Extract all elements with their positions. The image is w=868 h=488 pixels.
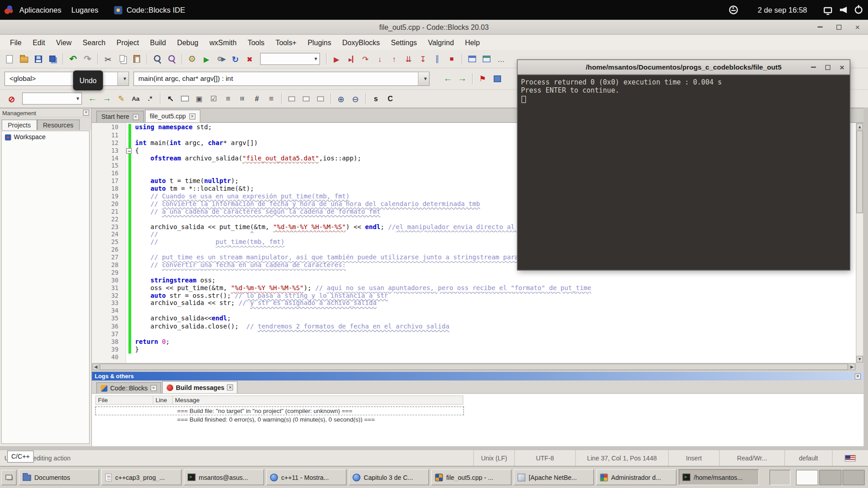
tab-file-out5[interactable]: file_out5.cpp xyxy=(145,110,200,122)
tab-close-icon[interactable] xyxy=(132,114,138,120)
console-maximize-button[interactable] xyxy=(822,62,833,72)
management-close-icon[interactable] xyxy=(83,110,89,116)
target-combo[interactable] xyxy=(260,53,320,65)
source-s-button[interactable] xyxy=(369,92,383,105)
sizer-v-button[interactable] xyxy=(235,92,250,105)
tab-resources[interactable]: Resources xyxy=(37,120,79,130)
step-into-button[interactable] xyxy=(373,52,387,66)
scroll-up-icon[interactable]: ▲ xyxy=(856,123,863,130)
match-case-button[interactable] xyxy=(128,92,143,105)
bookmark-flag-button[interactable] xyxy=(476,72,490,85)
splitter-tool-button[interactable] xyxy=(313,92,328,105)
workspace-2[interactable] xyxy=(819,469,841,485)
taskbar-button[interactable]: /home/msantos... xyxy=(679,469,759,485)
network-icon[interactable] xyxy=(824,7,832,13)
pointer-tool-button[interactable] xyxy=(163,92,178,105)
new-file-button[interactable] xyxy=(2,52,17,66)
redo-button[interactable] xyxy=(80,52,95,66)
column-message[interactable]: Message xyxy=(173,395,463,405)
widget-tool-button[interactable] xyxy=(192,92,207,105)
prev-result-button[interactable] xyxy=(85,92,100,105)
column-line[interactable]: Line xyxy=(153,395,173,405)
console-titlebar[interactable]: /home/msantos/Documentos/progs_c_codeblo… xyxy=(518,60,850,75)
menu-wxsmith[interactable]: wxSmith xyxy=(204,36,242,49)
replace-button[interactable] xyxy=(165,52,179,66)
more-tools-button[interactable] xyxy=(494,52,508,66)
maximize-button[interactable] xyxy=(833,22,845,32)
tab-close-icon[interactable] xyxy=(151,385,156,391)
source-c-button[interactable] xyxy=(383,92,397,105)
debug-continue-button[interactable] xyxy=(330,52,344,66)
find-button[interactable] xyxy=(150,52,165,66)
run-button[interactable] xyxy=(199,52,214,66)
use-regex-button[interactable] xyxy=(143,92,157,105)
menu-settings[interactable]: Settings xyxy=(386,36,423,49)
console-minimize-button[interactable] xyxy=(808,62,819,72)
open-file-button[interactable] xyxy=(17,52,31,66)
taskbar-button[interactable]: Administrador d... xyxy=(596,469,677,485)
taskbar-button[interactable]: Documentos xyxy=(19,469,99,485)
build-button[interactable] xyxy=(185,52,199,66)
scroll-right-icon[interactable]: ▶ xyxy=(849,364,855,371)
distro-menu-icon[interactable] xyxy=(5,5,13,14)
vertical-scroll-thumb[interactable] xyxy=(856,131,863,213)
highlight-button[interactable] xyxy=(114,92,128,105)
save-all-button[interactable] xyxy=(45,52,60,66)
menu-tools+[interactable]: Tools+ xyxy=(270,36,302,49)
sizer-flex-button[interactable] xyxy=(264,92,278,105)
close-button[interactable]: × xyxy=(851,22,863,32)
menu-doxyblocks[interactable]: DoxyBlocks xyxy=(337,36,386,49)
workspace-1[interactable] xyxy=(796,469,818,485)
vertical-scrollbar[interactable]: ▲ ▼ xyxy=(856,123,863,363)
run-to-cursor-button[interactable] xyxy=(344,52,358,66)
menu-project[interactable]: Project xyxy=(111,36,145,49)
active-app-label[interactable]: Code::Blocks IDE xyxy=(127,6,185,14)
power-icon[interactable] xyxy=(855,6,863,14)
menu-help[interactable]: Help xyxy=(459,36,485,49)
sizer-grid-button[interactable] xyxy=(250,92,264,105)
goto-forward-button[interactable] xyxy=(455,72,470,85)
table-row[interactable]: === Build finished: 0 error(s), 0 warnin… xyxy=(95,415,864,423)
tab-close-icon[interactable] xyxy=(227,385,233,390)
places-menu[interactable]: Lugares xyxy=(71,6,99,14)
function-combo[interactable]: main(int argc, char* argv[]) : int xyxy=(133,71,429,86)
undo-button[interactable] xyxy=(66,52,80,66)
menu-edit[interactable]: Edit xyxy=(27,36,51,49)
menu-search[interactable]: Search xyxy=(77,36,111,49)
show-desktop-button[interactable] xyxy=(1,469,16,485)
console-output[interactable]: Process returned 0 (0x0) execution time … xyxy=(518,75,850,103)
column-file[interactable]: File xyxy=(95,395,154,405)
search-combo[interactable] xyxy=(22,93,82,105)
abort-build-button[interactable] xyxy=(242,52,257,66)
taskbar-button[interactable]: [Apache NetBe... xyxy=(514,469,594,485)
debugging-windows-button[interactable] xyxy=(465,52,480,66)
fold-marker[interactable] xyxy=(126,148,132,154)
tab-codeblocks-log[interactable]: Code::Blocks xyxy=(96,382,161,393)
sizer-h-button[interactable] xyxy=(221,92,236,105)
clear-search-button[interactable] xyxy=(5,92,19,105)
tree-item-workspace[interactable]: Workspace xyxy=(2,131,89,143)
save-button[interactable] xyxy=(31,52,46,66)
paste-button[interactable] xyxy=(130,52,144,66)
workspace-3[interactable] xyxy=(843,469,865,485)
build-and-run-button[interactable] xyxy=(214,52,228,66)
menu-file[interactable]: File xyxy=(5,36,27,49)
next-instruction-button[interactable] xyxy=(401,52,416,66)
applications-menu[interactable]: Aplicaciones xyxy=(19,6,61,14)
projects-tree[interactable]: Workspace xyxy=(1,131,90,444)
chevron-down-icon[interactable] xyxy=(118,72,128,85)
zoom-out-button[interactable] xyxy=(348,92,363,105)
tab-build-messages[interactable]: Build messages xyxy=(162,381,237,394)
menu-build[interactable]: Build xyxy=(145,36,172,49)
horizontal-scrollbar[interactable]: ◀ ▶ xyxy=(92,363,856,371)
notebook-tool-button[interactable] xyxy=(299,92,313,105)
step-into-instruction-button[interactable] xyxy=(416,52,430,66)
menu-plugins[interactable]: Plugins xyxy=(302,36,337,49)
next-result-button[interactable] xyxy=(99,92,114,105)
step-out-button[interactable] xyxy=(387,52,401,66)
taskbar-button[interactable]: c++11 - Mostra... xyxy=(266,469,347,485)
scope-combo[interactable]: <global> xyxy=(5,71,129,86)
taskbar-button[interactable]: msantos@asus... xyxy=(184,469,264,485)
clock[interactable]: 2 de sep 16:58 xyxy=(758,6,807,14)
browse-marks-button[interactable] xyxy=(490,72,505,85)
